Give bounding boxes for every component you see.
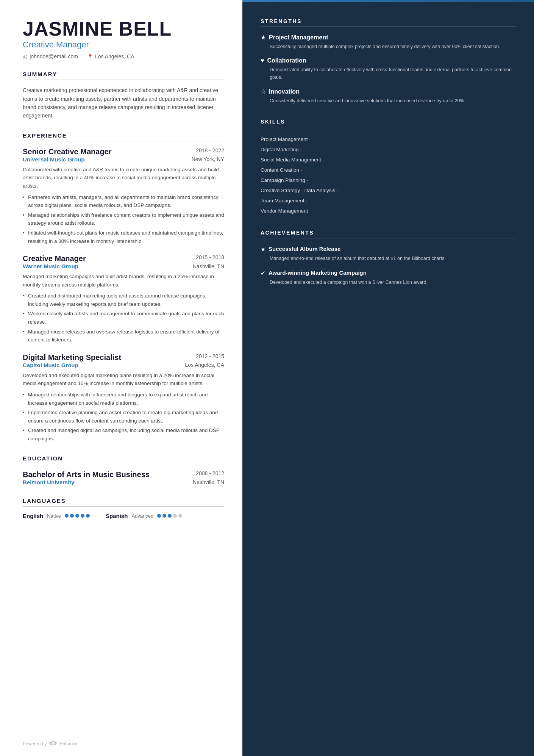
achievements-title: ACHIEVEMENTS bbox=[261, 230, 516, 238]
filled-dot bbox=[65, 514, 69, 518]
exp-description: Managed marketing campaigns and built ar… bbox=[23, 272, 224, 289]
skills-section: SKILLS Project Management ·Digital Marke… bbox=[261, 119, 516, 216]
strength-name: Collaboration bbox=[267, 57, 306, 64]
bullet-item: Implemented creative planning and asset … bbox=[23, 409, 224, 425]
strength-name: Innovation bbox=[269, 88, 300, 95]
empty-dot bbox=[173, 514, 177, 518]
experience-item: Creative Manager 2015 - 2018 Warner Musi… bbox=[23, 254, 224, 344]
exp-location: New York, NY bbox=[192, 156, 224, 162]
job-title: Creative Manager bbox=[23, 40, 224, 50]
accent-bar bbox=[242, 0, 534, 2]
exp-title: Creative Manager bbox=[23, 254, 86, 263]
location-icon: 📍 bbox=[87, 54, 93, 59]
achievements-list: ★ Successful Album Release Managed end-t… bbox=[261, 245, 516, 286]
email-icon: @ bbox=[23, 54, 28, 59]
exp-company: Capitol Music Group bbox=[23, 362, 78, 368]
experience-list: Senior Creative Manager 2018 - 2022 Univ… bbox=[23, 147, 224, 443]
contact-line: @ johndoe@email.com 📍 Los Angeles, CA bbox=[23, 53, 224, 59]
strength-header: ♥ Collaboration bbox=[261, 57, 516, 64]
strength-header: ★ Project Management bbox=[261, 34, 516, 41]
exp-sub: Universal Music Group New York, NY bbox=[23, 156, 224, 163]
exp-header: Creative Manager 2015 - 2018 bbox=[23, 254, 224, 263]
bullet-item: Partnered with artists, managers, and al… bbox=[23, 193, 224, 210]
strengths-title: STRENGTHS bbox=[261, 18, 516, 27]
exp-sub: Capitol Music Group Los Angeles, CA bbox=[23, 362, 224, 368]
achievement-header: ✔ Award-winning Marketing Campaign bbox=[261, 269, 516, 277]
bullet-list: Managed relationships with influencers a… bbox=[23, 391, 224, 443]
lang-level: Advanced bbox=[131, 513, 153, 519]
languages-list: English Native Spanish Advanced bbox=[23, 513, 224, 519]
experience-item: Digital Marketing Specialist 2012 - 2015… bbox=[23, 353, 224, 443]
summary-section: SUMMARY Creative marketing professional … bbox=[23, 71, 224, 120]
exp-header: Senior Creative Manager 2018 - 2022 bbox=[23, 147, 224, 156]
experience-item: Senior Creative Manager 2018 - 2022 Univ… bbox=[23, 147, 224, 245]
strength-icon: ☆ bbox=[261, 88, 266, 95]
lang-name: English bbox=[23, 513, 43, 519]
bullet-list: Created and distributed marketing tools … bbox=[23, 292, 224, 344]
resume-header: JASMINE BELL Creative Manager @ johndoe@… bbox=[23, 18, 224, 59]
edu-degree: Bachelor of Arts in Music Business bbox=[23, 470, 150, 479]
education-section: EDUCATION Bachelor of Arts in Music Busi… bbox=[23, 455, 224, 485]
strength-item: ★ Project Management Successfully manage… bbox=[261, 34, 516, 50]
achievement-description: Managed end-to-end release of an album t… bbox=[261, 255, 516, 262]
filled-dot bbox=[81, 514, 84, 518]
strength-icon: ♥ bbox=[261, 57, 264, 64]
exp-dates: 2015 - 2018 bbox=[196, 254, 224, 260]
exp-sub: Warner Music Group Nashville, TN bbox=[23, 263, 224, 269]
lang-level: Native bbox=[47, 513, 61, 519]
strength-description: Consistently delivered creative and inno… bbox=[261, 97, 516, 105]
languages-section: LANGUAGES English Native Spanish Advance… bbox=[23, 498, 224, 519]
achievement-header: ★ Successful Album Release bbox=[261, 245, 516, 253]
achievement-item: ✔ Award-winning Marketing Campaign Devel… bbox=[261, 269, 516, 286]
edu-header: Bachelor of Arts in Music Business 2008 … bbox=[23, 470, 224, 479]
strength-description: Demonstrated ability to collaborate effe… bbox=[261, 66, 516, 81]
bullet-item: Managed music releases and oversaw relea… bbox=[23, 328, 224, 344]
right-column: STRENGTHS ★ Project Management Successfu… bbox=[242, 0, 534, 756]
exp-description: Collaborated with creative and A&R teams… bbox=[23, 166, 224, 190]
exp-dates: 2012 - 2015 bbox=[196, 353, 224, 359]
left-column: JASMINE BELL Creative Manager @ johndoe@… bbox=[0, 0, 242, 756]
resume-page: JASMINE BELL Creative Manager @ johndoe@… bbox=[0, 0, 534, 756]
strength-icon: ★ bbox=[261, 34, 266, 41]
enhancv-logo bbox=[49, 740, 57, 747]
bullet-item: Worked closely with artists and manageme… bbox=[23, 310, 224, 326]
exp-company: Universal Music Group bbox=[23, 156, 84, 163]
empty-dot bbox=[178, 514, 182, 518]
exp-header: Digital Marketing Specialist 2012 - 2015 bbox=[23, 353, 224, 362]
bullet-item: Managed relationships with influencers a… bbox=[23, 391, 224, 407]
skill-item: Social Media Management · bbox=[261, 155, 516, 165]
edu-location: Nashville, TN bbox=[193, 479, 224, 485]
skill-item: Campaign Planning · bbox=[261, 175, 516, 185]
filled-dot bbox=[70, 514, 74, 518]
skills-title: SKILLS bbox=[261, 119, 516, 127]
bullet-item: Initiated well-thought-out plans for mus… bbox=[23, 229, 224, 245]
language-item: Spanish Advanced bbox=[106, 513, 182, 519]
footer-brand: Powered by Enhancv bbox=[23, 740, 77, 747]
strengths-list: ★ Project Management Successfully manage… bbox=[261, 34, 516, 105]
strength-description: Successfully managed multiple complex pr… bbox=[261, 43, 516, 50]
exp-dates: 2018 - 2022 bbox=[196, 147, 224, 153]
exp-title: Senior Creative Manager bbox=[23, 147, 112, 156]
experience-title: EXPERIENCE bbox=[23, 132, 224, 141]
achievement-name: Successful Album Release bbox=[269, 245, 340, 253]
achievement-item: ★ Successful Album Release Managed end-t… bbox=[261, 245, 516, 262]
location-text: Los Angeles, CA bbox=[95, 53, 134, 59]
location-contact: 📍 Los Angeles, CA bbox=[87, 53, 134, 59]
edu-sub: Belmont University Nashville, TN bbox=[23, 479, 224, 485]
achievements-section: ACHIEVEMENTS ★ Successful Album Release … bbox=[261, 230, 516, 286]
email-text: johndoe@email.com bbox=[30, 53, 78, 59]
exp-title: Digital Marketing Specialist bbox=[23, 353, 121, 362]
summary-title: SUMMARY bbox=[23, 71, 224, 80]
strength-item: ♥ Collaboration Demonstrated ability to … bbox=[261, 57, 516, 81]
summary-text: Creative marketing professional experien… bbox=[23, 86, 224, 120]
achievement-icon: ★ bbox=[261, 246, 265, 253]
exp-description: Developed and executed digital marketing… bbox=[23, 371, 224, 388]
exp-location: Nashville, TN bbox=[193, 263, 224, 269]
candidate-name: JASMINE BELL bbox=[23, 18, 224, 40]
edu-school: Belmont University bbox=[23, 479, 75, 485]
filled-dot bbox=[75, 514, 79, 518]
exp-location: Los Angeles, CA bbox=[185, 362, 224, 368]
filled-dot bbox=[86, 514, 90, 518]
skill-item: Vendor Management bbox=[261, 206, 516, 216]
bullet-list: Partnered with artists, managers, and al… bbox=[23, 193, 224, 246]
